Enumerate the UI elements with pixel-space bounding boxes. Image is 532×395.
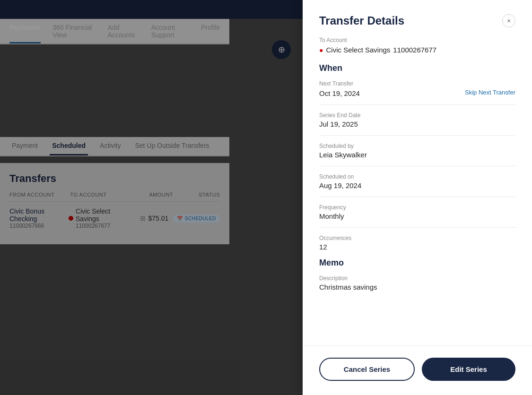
occurrences-label: Occurrences	[319, 235, 515, 241]
frequency-label: Frequency	[319, 204, 515, 211]
next-transfer-value: Oct 19, 2024	[319, 89, 360, 97]
modal-title: Transfer Details	[319, 14, 404, 27]
to-account-value: ● Civic Select Savings 11000267677	[319, 46, 515, 54]
scheduled-by-value: Leia Skywalker	[319, 151, 515, 159]
modal-header: Transfer Details ×	[303, 0, 532, 37]
frequency-row: Frequency Monthly	[319, 204, 515, 220]
modal-body: To Account ● Civic Select Savings 110002…	[303, 37, 532, 345]
occurrences-value: 12	[319, 243, 515, 251]
scheduled-by-row: Scheduled by Leia Skywalker	[319, 143, 515, 159]
scheduled-on-label: Scheduled on	[319, 173, 515, 180]
occurrences-row: Occurrences 12	[319, 235, 515, 251]
scheduled-by-label: Scheduled by	[319, 143, 515, 149]
divider-2	[319, 135, 515, 136]
series-end-date-row: Series End Date Jul 19, 2025	[319, 112, 515, 128]
description-value: Christmas savings	[319, 283, 515, 291]
transfer-details-modal: Transfer Details × To Account ● Civic Se…	[303, 0, 532, 395]
frequency-value: Monthly	[319, 212, 515, 220]
to-account-red-dot: ●	[319, 46, 323, 54]
description-row: Description Christmas savings	[319, 275, 515, 291]
scheduled-on-row: Scheduled on Aug 19, 2024	[319, 173, 515, 189]
when-title: When	[319, 63, 515, 73]
edit-series-button[interactable]: Edit Series	[422, 358, 515, 381]
divider-1	[319, 104, 515, 105]
series-end-date-value: Jul 19, 2025	[319, 120, 515, 128]
next-transfer-field: Next Transfer Oct 19, 2024	[319, 80, 360, 97]
divider-5	[319, 227, 515, 228]
skip-next-transfer-link[interactable]: Skip Next Transfer	[465, 89, 515, 96]
divider-3	[319, 166, 515, 166]
next-transfer-label: Next Transfer	[319, 80, 360, 87]
next-transfer-row: Next Transfer Oct 19, 2024 Skip Next Tra…	[319, 80, 515, 97]
close-button[interactable]: ×	[502, 14, 515, 27]
series-end-date-label: Series End Date	[319, 112, 515, 119]
to-account-label: To Account	[319, 37, 515, 43]
to-account-name: Civic Select Savings	[326, 46, 390, 54]
scheduled-on-value: Aug 19, 2024	[319, 181, 515, 189]
cancel-series-button[interactable]: Cancel Series	[319, 358, 415, 381]
modal-footer: Cancel Series Edit Series	[303, 345, 532, 395]
divider-4	[319, 197, 515, 197]
description-label: Description	[319, 275, 515, 282]
to-account-section: To Account ● Civic Select Savings 110002…	[319, 37, 515, 54]
memo-title: Memo	[319, 258, 515, 268]
to-account-number: 11000267677	[393, 46, 436, 54]
